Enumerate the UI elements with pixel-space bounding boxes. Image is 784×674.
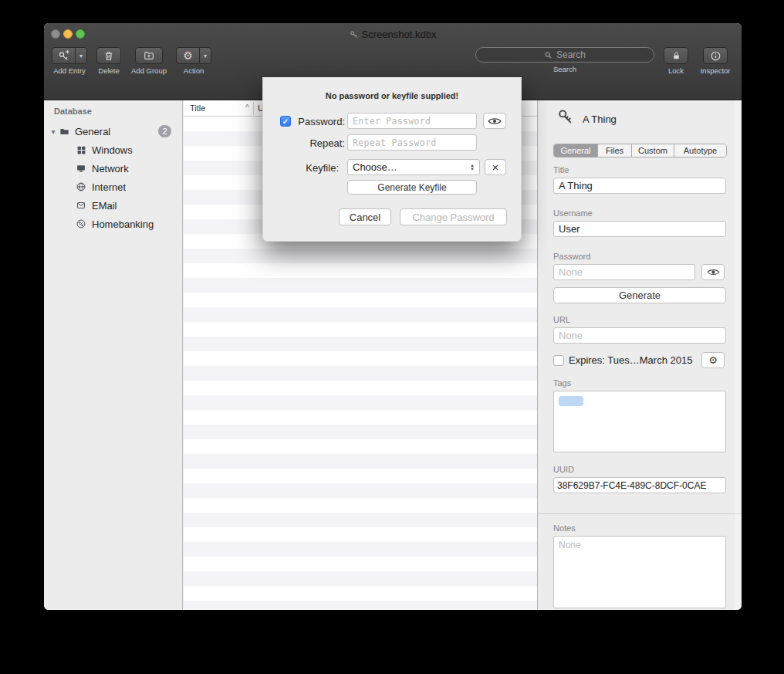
column-divider[interactable]	[253, 102, 254, 115]
envelope-icon	[75, 199, 87, 212]
generate-password-button[interactable]: Generate	[553, 287, 726, 303]
inspector-tabs: General Files Custom Autotype	[553, 144, 727, 157]
generate-button-label: Generate	[619, 290, 661, 301]
globe-icon	[75, 181, 87, 193]
action-label: Action	[184, 66, 204, 75]
username-field-label: Username	[553, 208, 593, 218]
expires-settings-button[interactable]: ⚙	[701, 352, 725, 368]
action-toolbar-item: ⚙ ▾ Action	[176, 47, 211, 75]
gear-icon: ⚙	[708, 354, 718, 366]
tags-field-label: Tags	[553, 378, 571, 388]
sheet-password-input[interactable]	[347, 113, 477, 129]
delete-label: Delete	[98, 66, 119, 75]
add-group-button[interactable]	[135, 47, 163, 64]
add-entry-dropdown[interactable]: ▾	[75, 47, 87, 64]
info-icon	[710, 50, 721, 62]
search-placeholder: Search	[556, 49, 586, 60]
sidebar-item-label: Windows	[92, 144, 133, 156]
sheet-password-label: Password:	[286, 116, 345, 127]
trash-icon	[103, 50, 114, 62]
url-field[interactable]	[553, 327, 726, 344]
sidebar: Database ▾ General 2 Windows	[44, 100, 183, 610]
search-icon	[544, 51, 553, 59]
entry-key-icon	[556, 108, 573, 127]
lock-label: Lock	[668, 66, 684, 75]
lock-toolbar-item: Lock	[661, 47, 691, 75]
window-title: Screenshot.kdbx	[362, 29, 437, 40]
sidebar-item-homebanking[interactable]: Homebanking	[44, 216, 182, 232]
tab-autotype[interactable]: Autotype	[674, 144, 726, 157]
sheet-repeat-label: Repeat:	[286, 137, 345, 149]
inspector-divider	[538, 513, 742, 514]
add-entry-toolbar-item: ▾ Add Entry	[47, 47, 92, 75]
tab-custom[interactable]: Custom	[632, 144, 674, 157]
monitor-icon	[75, 162, 87, 174]
sidebar-item-network[interactable]: Network	[44, 161, 182, 176]
windows-icon	[75, 144, 87, 156]
tab-general[interactable]: General	[554, 144, 598, 157]
inspector-panel: A Thing General Files Custom Autotype Ti…	[537, 100, 742, 610]
chevron-down-icon: ▾	[204, 52, 207, 59]
sidebar-item-windows[interactable]: Windows	[44, 142, 182, 157]
cancel-button[interactable]: Cancel	[339, 208, 391, 225]
expires-checkbox[interactable]	[553, 355, 564, 366]
app-window: Screenshot.kdbx ▾ Add Entry	[44, 23, 742, 610]
keyfile-popup-value: Choose…	[353, 161, 397, 173]
lock-icon	[671, 50, 681, 61]
chevron-down-icon: ▾	[79, 52, 83, 59]
folder-plus-icon	[143, 50, 155, 61]
password-sheet: No password or keyfile supplied! ✓ Passw…	[262, 77, 522, 242]
inspector-button[interactable]	[703, 47, 728, 64]
search-input[interactable]: Search	[475, 47, 654, 63]
add-group-toolbar-item: Add Group	[123, 47, 174, 75]
sidebar-item-internet[interactable]: Internet	[44, 179, 182, 195]
reveal-password-button[interactable]	[701, 264, 725, 280]
sidebar-item-email[interactable]: EMail	[44, 198, 182, 213]
password-field[interactable]	[553, 264, 695, 280]
title-field[interactable]	[553, 178, 726, 194]
generate-keyfile-button[interactable]: Generate Keyfile	[347, 180, 477, 195]
notes-field[interactable]	[553, 536, 726, 608]
clear-keyfile-button[interactable]: ×	[485, 159, 506, 175]
tab-files[interactable]: Files	[598, 144, 632, 157]
clear-icon: ×	[492, 161, 499, 174]
lock-button[interactable]	[664, 47, 688, 64]
sidebar-item-label: Internet	[92, 181, 126, 193]
disclosure-triangle-icon[interactable]: ▾	[49, 127, 58, 136]
uuid-field-label: UUID	[553, 465, 574, 474]
username-field[interactable]	[553, 221, 726, 237]
action-dropdown[interactable]: ▾	[199, 47, 211, 64]
sort-ascending-icon: ^	[245, 103, 249, 112]
uuid-field[interactable]	[553, 477, 726, 493]
eye-icon	[488, 117, 502, 126]
column-header-title[interactable]: Title	[190, 103, 205, 113]
key-plus-icon	[58, 50, 69, 62]
sidebar-section-header: Database	[54, 107, 92, 116]
popup-stepper-icon: ▲▼	[470, 164, 475, 171]
notes-field-label: Notes	[553, 523, 576, 533]
sidebar-item-label: Network	[92, 163, 129, 174]
add-entry-button[interactable]	[52, 47, 75, 64]
keyfile-popup[interactable]: Choose… ▲▼	[347, 159, 480, 175]
add-group-label: Add Group	[131, 66, 167, 75]
tag-chip[interactable]	[559, 396, 583, 406]
tags-box[interactable]	[553, 391, 726, 452]
sidebar-item-general[interactable]: ▾ General 2	[44, 124, 182, 139]
search-label: Search	[553, 65, 576, 73]
desktop-background: Screenshot.kdbx ▾ Add Entry	[0, 0, 784, 674]
entry-count-badge: 2	[158, 125, 171, 137]
sheet-repeat-input[interactable]	[347, 134, 477, 151]
inspector-scrollbar[interactable]	[735, 100, 742, 610]
sheet-keyfile-label: Keyfile:	[280, 162, 339, 174]
delete-button[interactable]	[96, 47, 121, 64]
sidebar-item-label: Homebanking	[92, 218, 154, 230]
delete-toolbar-item: Delete	[93, 47, 124, 75]
titlebar[interactable]: Screenshot.kdbx	[44, 23, 742, 44]
url-field-label: URL	[553, 315, 570, 324]
action-button[interactable]: ⚙	[176, 47, 199, 64]
sheet-reveal-password-button[interactable]	[483, 113, 506, 129]
expires-row: Expires: Tues…March 2015	[553, 354, 692, 366]
inspector-label: Inspector	[700, 66, 730, 75]
change-password-button[interactable]: Change Password	[400, 208, 507, 225]
add-entry-label: Add Entry	[53, 66, 86, 75]
